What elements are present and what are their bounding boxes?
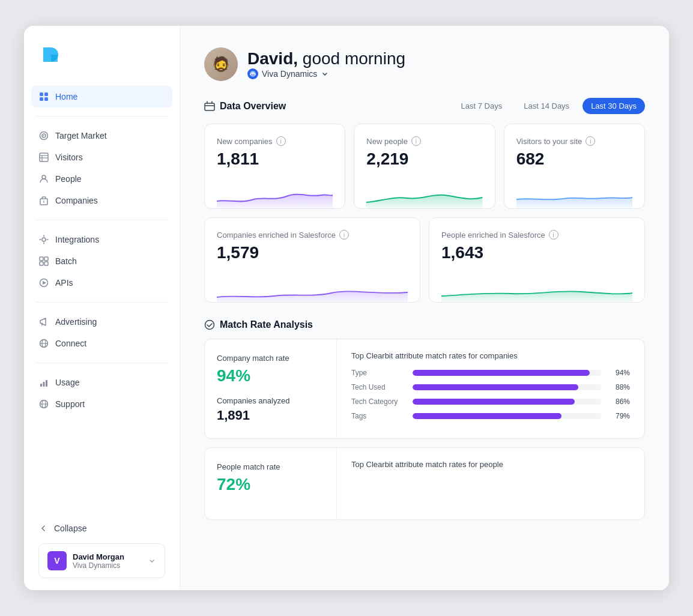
sidebar-item-companies[interactable]: Companies (31, 190, 172, 211)
sidebar-item-target-market[interactable]: Target Market (31, 125, 172, 146)
collapse-button[interactable]: Collapse (31, 518, 172, 539)
info-icon-new-people[interactable]: i (411, 136, 421, 146)
batch-icon (38, 256, 49, 267)
home-icon (38, 91, 49, 102)
info-icon-people-enriched[interactable]: i (549, 230, 558, 240)
sidebar-bottom: Collapse V David Morgan Viva Dynamics (24, 511, 180, 578)
data-overview-header: Data Overview Last 7 Days Last 14 Days L… (204, 98, 645, 114)
stats-grid-top: New companies i 1,811 (204, 124, 645, 209)
section-title-match-rate: Match Rate Analysis (204, 319, 313, 330)
bar-track-tech-category (413, 399, 601, 405)
advertising-icon (38, 316, 49, 327)
company-match-card: Company match rate 94% Companies analyze… (204, 339, 645, 439)
bar-label-tags: Tags (351, 412, 405, 420)
chart-people-enriched (441, 272, 632, 302)
svg-point-15 (42, 238, 46, 241)
bar-track-tags (413, 413, 601, 419)
sidebar-item-label: Batch (55, 256, 77, 266)
svg-rect-27 (46, 380, 47, 387)
sidebar-item-apis[interactable]: APIs (31, 272, 172, 294)
sidebar-section-more: Advertising Connect (24, 309, 180, 357)
stat-card-new-companies: New companies i 1,811 (204, 124, 345, 209)
data-overview-title: Data Overview (220, 101, 286, 112)
sidebar-item-label: Home (55, 92, 77, 101)
chart-companies-enriched (217, 272, 408, 302)
company-match-right: Top Clearbit attribute match rates for c… (337, 339, 644, 438)
sidebar-item-batch[interactable]: Batch (31, 250, 172, 272)
bar-track-tech-used (413, 384, 601, 390)
company-match-left: Company match rate 94% Companies analyze… (205, 339, 337, 438)
user-profile-avatar: 🧔 (204, 47, 238, 81)
svg-rect-33 (205, 103, 214, 110)
svg-rect-26 (43, 382, 45, 387)
stat-card-new-people: New people i 2,219 (354, 124, 495, 209)
date-filter-14days[interactable]: Last 14 Days (515, 98, 578, 114)
sidebar-item-support[interactable]: Support (31, 393, 172, 415)
stat-value-new-people: 2,219 (366, 149, 482, 169)
sidebar-item-label: Connect (55, 339, 86, 348)
bar-fill-tech-used (413, 384, 578, 390)
sidebar-item-connect[interactable]: Connect (31, 333, 172, 354)
svg-rect-16 (40, 257, 43, 261)
people-bars-title: Top Clearbit attribute match rates for p… (351, 460, 630, 469)
date-filter-group: Last 7 Days Last 14 Days Last 30 Days (453, 98, 645, 114)
sidebar-item-home[interactable]: Home (31, 86, 172, 107)
visitors-icon (38, 152, 49, 163)
svg-rect-8 (40, 153, 48, 162)
stat-label-people-enriched: People enriched in Salesforce i (441, 230, 632, 240)
sidebar-item-label: Companies (55, 196, 98, 205)
target-icon (38, 130, 49, 141)
bar-pct-tech-category: 86% (608, 397, 630, 406)
sidebar-item-label: Integrations (55, 235, 99, 244)
svg-rect-19 (44, 262, 48, 265)
divider-2 (36, 220, 168, 220)
sidebar-item-label: APIs (55, 278, 73, 288)
people-match-card: People match rate 72% Top Clearbit attri… (204, 447, 645, 520)
match-rate-title: Match Rate Analysis (220, 319, 313, 330)
stat-label-new-companies: New companies i (217, 136, 333, 146)
people-rate-value: 72% (217, 475, 324, 494)
sidebar-item-label: Support (55, 399, 85, 409)
sidebar-item-integrations[interactable]: Integrations (31, 229, 172, 250)
info-icon-new-companies[interactable]: i (276, 136, 286, 146)
bar-fill-type (413, 370, 590, 376)
sidebar-item-visitors[interactable]: Visitors (31, 146, 172, 168)
chart-new-people (366, 178, 482, 208)
org-icon (247, 68, 258, 79)
divider-1 (36, 116, 168, 116)
date-filter-7days[interactable]: Last 7 Days (453, 98, 511, 114)
info-icon-companies-enriched[interactable]: i (339, 230, 349, 240)
svg-rect-2 (44, 92, 48, 96)
stat-card-people-enriched: People enriched in Salesforce i 1,643 (429, 217, 645, 303)
sidebar-item-label: Advertising (55, 317, 97, 327)
support-icon (38, 399, 49, 409)
org-chevron-icon (321, 70, 329, 78)
company-rate-value: 94% (217, 366, 324, 385)
bar-pct-tags: 79% (608, 412, 630, 420)
stat-label-visitors: Visitors to your site i (516, 136, 632, 146)
app-logo-icon (38, 43, 62, 67)
svg-marker-21 (43, 281, 46, 285)
stat-card-companies-enriched: Companies enriched in Salesforce i 1,579 (204, 217, 420, 303)
company-analyzed-label: Companies analyzed (217, 396, 324, 405)
sidebar-item-advertising[interactable]: Advertising (31, 311, 172, 333)
companies-icon (38, 195, 49, 206)
bar-row-tags: Tags 79% (351, 412, 630, 420)
company-rate-label: Company match rate (217, 354, 324, 363)
user-card-chevron-icon (148, 557, 156, 565)
svg-rect-25 (40, 384, 42, 387)
user-avatar: V (47, 551, 67, 570)
date-filter-30days[interactable]: Last 30 Days (583, 98, 645, 114)
bar-pct-type: 94% (608, 369, 630, 377)
app-window: Home Target Market Visitors (24, 26, 669, 590)
sidebar-item-usage[interactable]: Usage (31, 372, 172, 393)
main-content: 🧔 David, good morning Viva Dynamics Data… (180, 26, 669, 590)
bar-row-type: Type 94% (351, 369, 630, 377)
greeting-rest: good morning (298, 49, 405, 68)
sidebar-item-label: Usage (55, 378, 79, 387)
org-selector[interactable]: Viva Dynamics (247, 68, 405, 79)
info-icon-visitors[interactable]: i (586, 136, 595, 146)
match-rate-icon (204, 319, 215, 330)
user-card[interactable]: V David Morgan Viva Dynamics (38, 543, 165, 578)
sidebar-item-people[interactable]: People (31, 168, 172, 190)
